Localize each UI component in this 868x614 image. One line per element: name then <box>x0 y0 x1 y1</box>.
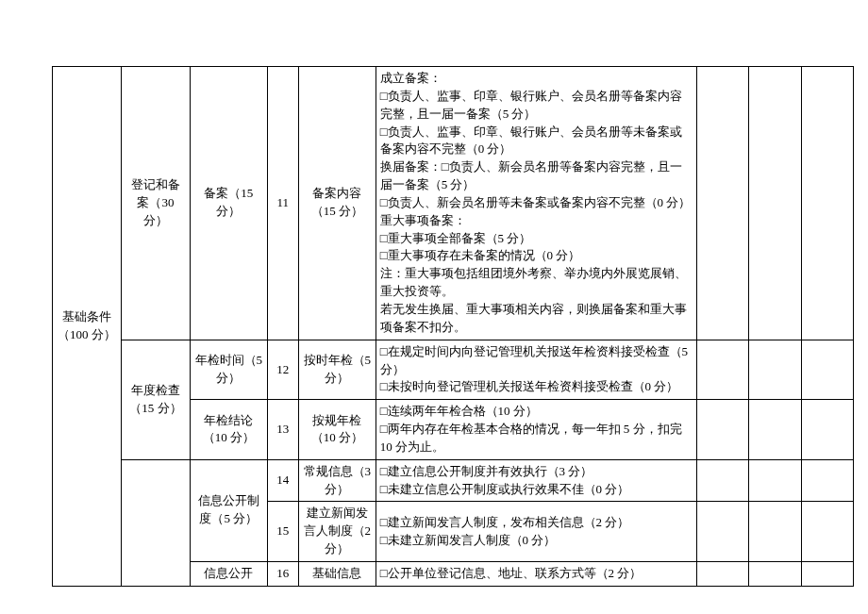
cell-index: 14 <box>267 459 298 502</box>
cell-criteria: □建立信息公开制度并有效执行（3 分） □未建立信息公开制度或执行效果不佳（0 … <box>376 459 696 502</box>
cell-metric: 常规信息（3 分） <box>298 459 376 502</box>
cell-criteria: 成立备案： □负责人、监事、印章、银行账户、会员名册等备案内容完整，且一届一备案… <box>376 67 696 340</box>
cell-metric: 基础信息 <box>298 561 376 586</box>
cell-item: 信息公开 <box>190 561 267 586</box>
cell-score2 <box>749 502 801 562</box>
cell-item: 年检时间（5 分） <box>190 340 267 400</box>
cell-score1 <box>697 400 749 460</box>
cell-item: 年检结论（10 分） <box>190 400 267 460</box>
cell-criteria: □公开单位登记信息、地址、联系方式等（2 分） <box>376 561 696 586</box>
cell-score1 <box>697 502 749 562</box>
cell-score3 <box>801 340 853 400</box>
cell-score2 <box>749 400 801 460</box>
cell-score3 <box>801 459 853 502</box>
cell-score3 <box>801 502 853 562</box>
cell-score3 <box>801 400 853 460</box>
cell-criteria: □建立新闻发言人制度，发布相关信息（2 分） □未建立新闻发言人制度（0 分） <box>376 502 696 562</box>
cell-subcategory: 年度检查（15 分） <box>121 340 190 459</box>
cell-score3 <box>801 67 853 340</box>
cell-metric: 建立新闻发言人制度（2 分） <box>298 502 376 562</box>
cell-score2 <box>749 340 801 400</box>
evaluation-rubric-table: 基础条件（100 分） 登记和备案（30 分） 备案（15 分） 11 备案内容… <box>52 66 854 587</box>
cell-index: 16 <box>267 561 298 586</box>
cell-item: 信息公开制度（5 分） <box>190 459 267 561</box>
cell-score1 <box>697 67 749 340</box>
cell-category: 基础条件（100 分） <box>53 67 122 587</box>
table-row: 信息公开制度（5 分） 14 常规信息（3 分） □建立信息公开制度并有效执行（… <box>53 459 854 502</box>
cell-score1 <box>697 561 749 586</box>
table-row: 基础条件（100 分） 登记和备案（30 分） 备案（15 分） 11 备案内容… <box>53 67 854 340</box>
cell-metric: 按规年检（10 分） <box>298 400 376 460</box>
cell-score3 <box>801 561 853 586</box>
cell-index: 13 <box>267 400 298 460</box>
cell-criteria: □连续两年年检合格（10 分） □两年内存在年检基本合格的情况，每一年扣 5 分… <box>376 400 696 460</box>
cell-score1 <box>697 459 749 502</box>
cell-subcategory <box>121 459 190 586</box>
cell-criteria: □在规定时间内向登记管理机关报送年检资料接受检查（5 分） □未按时向登记管理机… <box>376 340 696 400</box>
cell-index: 15 <box>267 502 298 562</box>
cell-score2 <box>749 67 801 340</box>
cell-subcategory: 登记和备案（30 分） <box>121 67 190 340</box>
table-row: 年度检查（15 分） 年检时间（5 分） 12 按时年检（5 分） □在规定时间… <box>53 340 854 400</box>
cell-score1 <box>697 340 749 400</box>
cell-item: 备案（15 分） <box>190 67 267 340</box>
cell-score2 <box>749 561 801 586</box>
cell-score2 <box>749 459 801 502</box>
cell-index: 11 <box>267 67 298 340</box>
cell-index: 12 <box>267 340 298 400</box>
cell-metric: 按时年检（5 分） <box>298 340 376 400</box>
cell-metric: 备案内容（15 分） <box>298 67 376 340</box>
